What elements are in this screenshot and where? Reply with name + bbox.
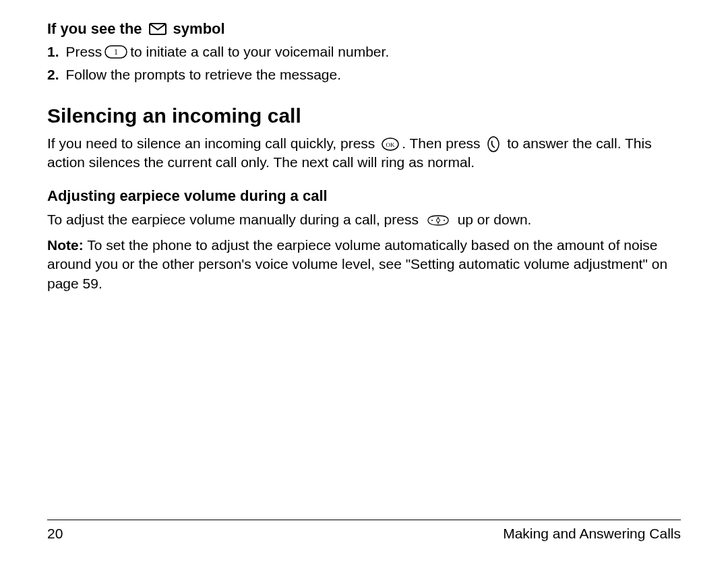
adjusting-paragraph: To adjust the earpiece volume manually d… <box>47 210 681 229</box>
step-1: 1. Press 1 to initiate a call to your vo… <box>47 42 681 62</box>
svg-point-5 <box>488 137 499 152</box>
step-text-b: to initiate a call to your voicemail num… <box>130 42 389 62</box>
page-footer: 20 Making and Answering Calls <box>47 520 681 542</box>
note-paragraph: Note: To set the phone to adjust the ear… <box>47 236 681 293</box>
nav-key-icon <box>425 214 451 227</box>
adjusting-text-a: To adjust the earpiece volume manually d… <box>47 212 419 227</box>
note-label: Note: <box>47 237 84 253</box>
step-number: 2. <box>47 65 59 85</box>
step-text: Follow the prompts to retrieve the messa… <box>66 65 342 85</box>
svg-point-7 <box>431 220 433 221</box>
svg-point-6 <box>436 219 439 222</box>
ok-key-icon: OK <box>382 137 399 151</box>
svg-point-8 <box>444 220 445 221</box>
step-number: 1. <box>47 42 59 62</box>
adjusting-heading: Adjusting earpiece volume during a call <box>47 187 681 205</box>
call-key-icon <box>487 136 500 152</box>
footer-title: Making and Answering Calls <box>503 526 681 542</box>
voicemail-symbol-heading: If you see the symbol <box>47 20 681 38</box>
key-1-icon: 1 <box>104 45 127 59</box>
envelope-icon <box>149 23 166 35</box>
silencing-heading: Silencing an incoming call <box>47 104 681 127</box>
svg-point-9 <box>437 217 439 218</box>
silencing-text-a: If you need to silence an incoming call … <box>47 135 375 151</box>
svg-text:OK: OK <box>386 142 395 148</box>
page-number: 20 <box>47 526 63 542</box>
heading-text-prefix: If you see the <box>47 20 142 38</box>
silencing-paragraph: If you need to silence an incoming call … <box>47 134 681 173</box>
step-text-a: Press <box>66 42 102 62</box>
heading-text-suffix: symbol <box>173 20 225 38</box>
svg-text:1: 1 <box>114 47 118 57</box>
adjusting-text-b: up or down. <box>458 212 532 227</box>
step-2: 2. Follow the prompts to retrieve the me… <box>47 65 681 85</box>
svg-point-10 <box>437 222 439 224</box>
silencing-text-b: . Then press <box>402 135 480 151</box>
note-body: To set the phone to adjust the earpiece … <box>47 237 667 291</box>
